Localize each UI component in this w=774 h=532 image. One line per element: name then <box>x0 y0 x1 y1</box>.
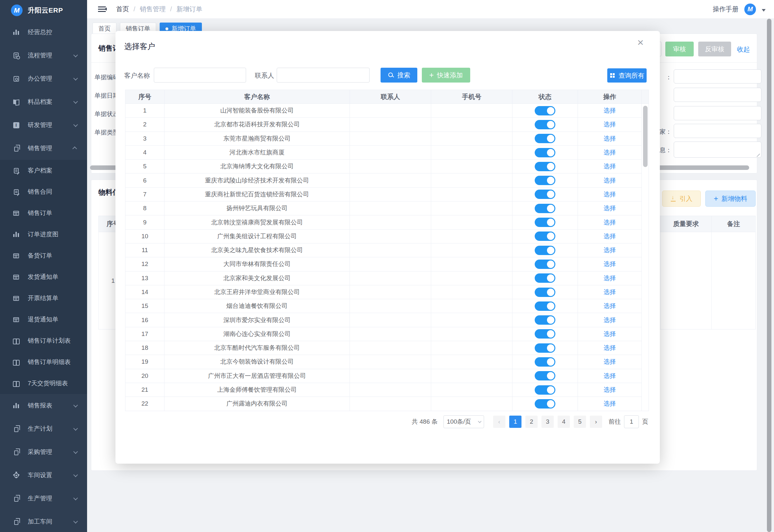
select-link[interactable]: 选择 <box>604 120 616 129</box>
sidebar-subitem[interactable]: 7天交货明细表 <box>0 373 87 394</box>
form-input[interactable] <box>674 106 761 120</box>
select-link[interactable]: 选择 <box>604 399 616 408</box>
approve-button[interactable]: 审核 <box>665 42 694 56</box>
select-link[interactable]: 选择 <box>604 106 616 115</box>
status-toggle[interactable] <box>535 246 555 255</box>
select-link[interactable]: 选择 <box>604 162 616 171</box>
sidebar-item[interactable]: 车间设置 <box>0 464 87 487</box>
sidebar-item[interactable]: 研发管理 <box>0 113 87 137</box>
sidebar-item[interactable]: 流程管理 <box>0 44 87 67</box>
status-toggle[interactable] <box>535 148 555 157</box>
status-toggle[interactable] <box>535 190 555 199</box>
status-toggle[interactable] <box>535 371 555 380</box>
import-button[interactable]: 引入 <box>662 191 701 207</box>
collapse-menu-icon[interactable] <box>98 6 106 12</box>
pagination-page-5[interactable]: 5 <box>574 416 586 428</box>
select-link[interactable]: 选择 <box>604 190 616 199</box>
table-scrollbar-thumb[interactable] <box>643 106 648 167</box>
select-link[interactable]: 选择 <box>604 302 616 310</box>
form-input-country[interactable] <box>674 124 761 138</box>
select-link[interactable]: 选择 <box>604 386 616 394</box>
select-link[interactable]: 选择 <box>604 134 616 143</box>
sidebar-item[interactable]: 办公管理 <box>0 67 87 90</box>
sidebar-item[interactable]: 销售报表 <box>0 394 87 417</box>
select-link[interactable]: 选择 <box>604 358 616 366</box>
page-size-select[interactable]: 100条/页 <box>443 415 484 428</box>
contact-input[interactable] <box>277 68 370 83</box>
breadcrumb-home[interactable]: 首页 <box>116 5 129 14</box>
close-icon[interactable]: × <box>637 37 644 48</box>
select-link[interactable]: 选择 <box>604 176 616 185</box>
sidebar-subitem[interactable]: 订单进度图 <box>0 224 87 245</box>
resize-grip-icon[interactable] <box>756 153 760 156</box>
sidebar-subitem[interactable]: 销售订单计划表 <box>0 330 87 351</box>
form-input[interactable] <box>674 69 761 84</box>
status-toggle[interactable] <box>535 288 555 297</box>
sidebar-item[interactable]: 料品档案 <box>0 90 87 113</box>
breadcrumb-sales[interactable]: 销售管理 <box>140 5 166 14</box>
pagination-page-4[interactable]: 4 <box>558 416 570 428</box>
status-toggle[interactable] <box>535 357 555 367</box>
status-toggle[interactable] <box>535 260 555 269</box>
status-toggle[interactable] <box>535 343 555 353</box>
select-link[interactable]: 选择 <box>604 274 616 282</box>
form-textarea-info[interactable] <box>674 142 761 158</box>
status-toggle[interactable] <box>535 120 555 129</box>
select-link[interactable]: 选择 <box>604 260 616 268</box>
select-link[interactable]: 选择 <box>604 148 616 157</box>
customer-name-input[interactable] <box>154 68 246 83</box>
status-toggle[interactable] <box>535 329 555 339</box>
select-link[interactable]: 选择 <box>604 316 616 324</box>
select-link[interactable]: 选择 <box>604 218 616 227</box>
pagination-page-2[interactable]: 2 <box>525 416 538 428</box>
pagination-page-3[interactable]: 3 <box>541 416 554 428</box>
query-all-button[interactable]: 查询所有 <box>607 68 647 83</box>
sidebar-item[interactable]: 采购管理 <box>0 440 87 464</box>
tab-home[interactable]: 首页 <box>93 23 116 35</box>
status-toggle[interactable] <box>535 315 555 325</box>
unapprove-button[interactable]: 反审核 <box>698 42 731 56</box>
select-link[interactable]: 选择 <box>604 246 616 254</box>
status-toggle[interactable] <box>535 162 555 171</box>
select-link[interactable]: 选择 <box>604 344 616 352</box>
status-toggle[interactable] <box>535 204 555 213</box>
status-toggle[interactable] <box>535 134 555 143</box>
sidebar-subitem[interactable]: 开票结算单 <box>0 288 87 309</box>
status-toggle[interactable] <box>535 176 555 185</box>
sidebar-subitem[interactable]: 备货订单 <box>0 245 87 266</box>
sidebar-subitem[interactable]: 销售订单 <box>0 202 87 224</box>
pagination-page-1[interactable]: 1 <box>509 416 521 428</box>
form-input[interactable] <box>674 88 761 102</box>
sidebar-subitem[interactable]: 客户档案 <box>0 160 87 181</box>
sidebar-subitem[interactable]: 销售合同 <box>0 181 87 202</box>
status-toggle[interactable] <box>535 218 555 227</box>
status-toggle[interactable] <box>535 301 555 311</box>
sidebar-subitem[interactable]: 退货通知单 <box>0 309 87 330</box>
status-toggle[interactable] <box>535 232 555 241</box>
add-material-button[interactable]: 新增物料 <box>705 191 756 207</box>
sidebar-item[interactable]: 经营总控 <box>0 21 87 44</box>
sidebar-subitem[interactable]: 发货通知单 <box>0 266 87 288</box>
select-link[interactable]: 选择 <box>604 288 616 296</box>
select-link[interactable]: 选择 <box>604 232 616 241</box>
sidebar-subitem[interactable]: 销售订单明细表 <box>0 351 87 373</box>
collapse-link[interactable]: 收起 <box>737 45 750 54</box>
quick-add-button[interactable]: 快速添加 <box>422 68 470 83</box>
page-vertical-scrollbar[interactable] <box>767 19 771 532</box>
sidebar-item[interactable]: 销售管理 <box>0 137 87 160</box>
manual-link[interactable]: 操作手册 <box>713 5 739 14</box>
select-link[interactable]: 选择 <box>604 204 616 212</box>
select-link[interactable]: 选择 <box>604 372 616 380</box>
status-toggle[interactable] <box>535 399 555 409</box>
goto-page-input[interactable] <box>624 415 639 428</box>
chevron-down-icon[interactable] <box>762 9 766 14</box>
avatar[interactable]: M <box>744 4 756 15</box>
pagination-prev[interactable]: ‹ <box>493 416 505 428</box>
sidebar-item[interactable]: 生产计划 <box>0 417 87 440</box>
status-toggle[interactable] <box>535 106 555 115</box>
select-link[interactable]: 选择 <box>604 330 616 338</box>
status-toggle[interactable] <box>535 273 555 283</box>
search-button[interactable]: 搜索 <box>381 68 417 83</box>
status-toggle[interactable] <box>535 385 555 395</box>
pagination-next[interactable]: › <box>590 416 602 428</box>
